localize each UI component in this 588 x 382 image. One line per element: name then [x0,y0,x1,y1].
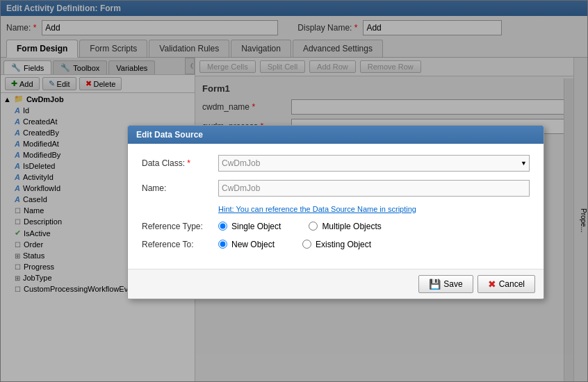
hint-text[interactable]: Hint: You can reference the Data Source … [218,205,530,213]
name-label-modal: Name: [142,183,218,193]
reference-type-options: Single Object Multiple Objects [218,222,382,231]
save-label: Save [443,279,462,289]
modal-header: Edit Data Source [128,126,544,144]
single-object-radio[interactable] [218,222,227,231]
modal-title: Edit Data Source [136,130,203,140]
existing-object-option: Existing Object [302,240,371,249]
data-class-select-container: CwDmJob [218,155,530,172]
data-class-label: Data Class: * [142,158,218,168]
new-object-radio[interactable] [218,240,227,249]
reference-to-label: Reference To: [142,240,218,249]
modal-body: Data Class: * CwDmJob Name: Hint: You ca… [128,144,544,269]
multiple-objects-label: Multiple Objects [322,222,381,231]
multiple-objects-option: Multiple Objects [309,222,381,231]
cancel-button[interactable]: ✖ Cancel [477,275,535,293]
save-button[interactable]: 💾 Save [418,275,473,293]
single-object-option: Single Object [218,222,281,231]
cancel-label: Cancel [499,279,525,289]
data-class-select[interactable]: CwDmJob [218,155,530,172]
data-class-row: Data Class: * CwDmJob [142,155,530,172]
cancel-icon: ✖ [488,279,496,290]
reference-to-row: Reference To: New Object Existing Object [142,240,530,249]
save-icon: 💾 [429,279,441,290]
modal-overlay: Edit Data Source Data Class: * CwDmJob N… [0,0,588,382]
new-object-option: New Object [218,240,275,249]
reference-type-row: Reference Type: Single Object Multiple O… [142,222,530,231]
name-row-modal: Name: [142,180,530,197]
new-object-label: New Object [231,240,275,249]
multiple-objects-radio[interactable] [309,222,318,231]
single-object-label: Single Object [231,222,281,231]
modal-footer: 💾 Save ✖ Cancel [128,269,544,299]
name-input-modal[interactable] [218,180,530,197]
reference-to-options: New Object Existing Object [218,240,371,249]
existing-object-label: Existing Object [316,240,371,249]
existing-object-radio[interactable] [302,240,311,249]
edit-data-source-dialog: Edit Data Source Data Class: * CwDmJob N… [127,125,544,299]
reference-type-label: Reference Type: [142,222,218,231]
